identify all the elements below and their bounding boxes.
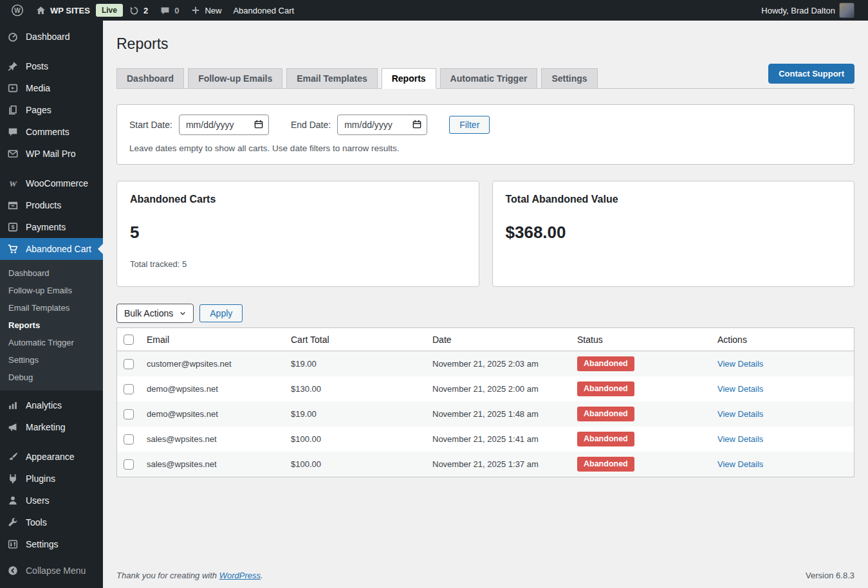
row-checkbox[interactable] <box>124 384 134 394</box>
filter-help-text: Leave dates empty to show all carts. Use… <box>129 143 842 153</box>
wordpress-logo-menu[interactable]: W <box>5 0 30 21</box>
total-abandoned-value-card: Total Abandoned Value $368.00 <box>492 181 855 287</box>
plus-icon <box>190 5 201 15</box>
user-icon <box>6 495 19 506</box>
filter-button[interactable]: Filter <box>449 116 490 134</box>
submenu-item-email-templates[interactable]: Email Templates <box>0 299 103 317</box>
apply-button[interactable]: Apply <box>199 304 243 322</box>
svg-text:W: W <box>9 179 17 188</box>
submenu-item-dashboard[interactable]: Dashboard <box>0 264 103 282</box>
comments-count: 0 <box>174 6 179 15</box>
sidebar-item-label: Posts <box>26 61 48 71</box>
sidebar-item-settings[interactable]: Settings <box>0 533 103 555</box>
tab-reports[interactable]: Reports <box>382 68 436 89</box>
select-all-checkbox[interactable] <box>124 335 134 345</box>
cell-email: sales@wpsites.net <box>140 452 284 477</box>
sidebar-item-label: Plugins <box>26 473 55 484</box>
sidebar-item-label: Products <box>26 200 61 210</box>
tab-email-templates[interactable]: Email Templates <box>286 68 377 89</box>
sidebar-item-payments[interactable]: $ Payments <box>0 216 103 238</box>
products-box-icon <box>6 199 19 211</box>
collapse-menu-label: Collapse Menu <box>26 565 86 576</box>
date-filter-panel: Start Date: End Date: Filter Leave dates… <box>116 104 854 165</box>
dashboard-icon <box>6 31 19 42</box>
column-header-status: Status <box>571 328 711 351</box>
abandoned-cart-submenu: Dashboard Follow-up Emails Email Templat… <box>0 260 103 390</box>
sidebar-item-wp-mail-pro[interactable]: WP Mail Pro <box>0 143 103 165</box>
tab-settings[interactable]: Settings <box>541 68 597 89</box>
woocommerce-icon: W <box>6 178 19 189</box>
site-name: WP SITES <box>50 6 90 15</box>
cell-email: customer@wpsites.net <box>140 351 284 377</box>
row-checkbox[interactable] <box>124 434 134 445</box>
card-title: Abandoned Carts <box>130 194 466 205</box>
submenu-item-settings[interactable]: Settings <box>0 351 103 369</box>
abandoned-carts-card: Abandoned Carts 5 Total tracked: 5 <box>116 181 479 287</box>
admin-footer: Thank you for creating with WordPress. V… <box>116 564 854 588</box>
submenu-item-automatic-trigger[interactable]: Automatic Trigger <box>0 334 103 351</box>
sidebar-spacer <box>0 555 103 560</box>
current-menu-arrow <box>98 244 103 254</box>
sidebar-item-posts[interactable]: Posts <box>0 55 103 77</box>
sidebar-item-dashboard[interactable]: Dashboard <box>0 26 103 48</box>
row-checkbox[interactable] <box>124 359 134 369</box>
tab-follow-up-emails[interactable]: Follow-up Emails <box>188 68 282 89</box>
status-badge: Abandoned <box>577 407 634 421</box>
submenu-item-reports[interactable]: Reports <box>0 317 103 334</box>
sidebar-item-abandoned-cart[interactable]: Abandoned Cart <box>0 238 103 260</box>
sidebar-item-woocommerce[interactable]: W WooCommerce <box>0 172 103 194</box>
contact-support-button[interactable]: Contact Support <box>768 64 854 84</box>
sidebar-item-marketing[interactable]: Marketing <box>0 416 103 438</box>
sidebar-item-plugins[interactable]: Plugins <box>0 468 103 490</box>
tab-dashboard[interactable]: Dashboard <box>116 68 184 89</box>
brush-icon <box>6 451 19 463</box>
new-label: New <box>205 6 221 15</box>
new-content-menu[interactable]: New <box>185 0 227 21</box>
sidebar-item-pages[interactable]: Pages <box>0 99 103 121</box>
sidebar-item-users[interactable]: Users <box>0 490 103 511</box>
card-subtext: Total tracked: 5 <box>130 259 466 269</box>
sidebar-item-appearance[interactable]: Appearance <box>0 446 103 468</box>
sidebar-item-label: WooCommerce <box>26 178 88 188</box>
view-details-link[interactable]: View Details <box>717 359 763 369</box>
sidebar-item-label: Payments <box>26 222 66 232</box>
tab-automatic-trigger[interactable]: Automatic Trigger <box>440 68 538 89</box>
sidebar-item-label: Abandoned Cart <box>26 244 91 254</box>
sidebar-item-label: WP Mail Pro <box>26 149 76 159</box>
row-checkbox[interactable] <box>124 459 134 470</box>
table-row: sales@wpsites.net $100.00 November 21, 2… <box>117 452 854 477</box>
current-page-menu[interactable]: Abandoned Cart <box>227 0 300 21</box>
wordpress-link[interactable]: WordPress <box>219 571 261 580</box>
bulk-actions-select[interactable]: Bulk Actions <box>116 304 194 323</box>
status-badge: Abandoned <box>577 432 634 446</box>
home-icon <box>35 5 46 16</box>
sidebar-item-label: Analytics <box>26 400 62 410</box>
admin-sidebar: Dashboard Posts Media Pages Comments WP … <box>0 21 103 588</box>
account-menu[interactable]: Howdy, Brad Dalton <box>755 0 860 21</box>
sidebar-item-comments[interactable]: Comments <box>0 121 103 143</box>
comments-menu[interactable]: 0 <box>154 0 185 21</box>
view-details-link[interactable]: View Details <box>717 459 763 469</box>
end-date-input[interactable] <box>337 115 427 135</box>
footer-thanks-suffix: . <box>261 571 263 580</box>
sidebar-item-media[interactable]: Media <box>0 77 103 99</box>
sidebar-item-products[interactable]: Products <box>0 194 103 216</box>
sidebar-item-analytics[interactable]: Analytics <box>0 394 103 416</box>
menu-separator <box>0 438 103 446</box>
collapse-menu-button[interactable]: Collapse Menu <box>0 560 103 582</box>
submenu-item-follow-up-emails[interactable]: Follow-up Emails <box>0 282 103 299</box>
view-details-link[interactable]: View Details <box>717 409 763 419</box>
site-name-menu[interactable]: WP SITES <box>30 0 96 21</box>
sidebar-item-tools[interactable]: Tools <box>0 511 103 533</box>
submenu-item-debug[interactable]: Debug <box>0 369 103 386</box>
comments-icon <box>6 126 19 138</box>
view-details-link[interactable]: View Details <box>717 434 763 444</box>
media-icon <box>6 82 19 94</box>
plug-icon <box>6 473 19 484</box>
start-date-input[interactable] <box>179 115 269 135</box>
cart-icon <box>6 243 19 255</box>
sidebar-item-label: Marketing <box>26 422 65 432</box>
view-details-link[interactable]: View Details <box>717 384 763 394</box>
updates-menu[interactable]: 2 <box>123 0 154 21</box>
row-checkbox[interactable] <box>124 409 134 419</box>
